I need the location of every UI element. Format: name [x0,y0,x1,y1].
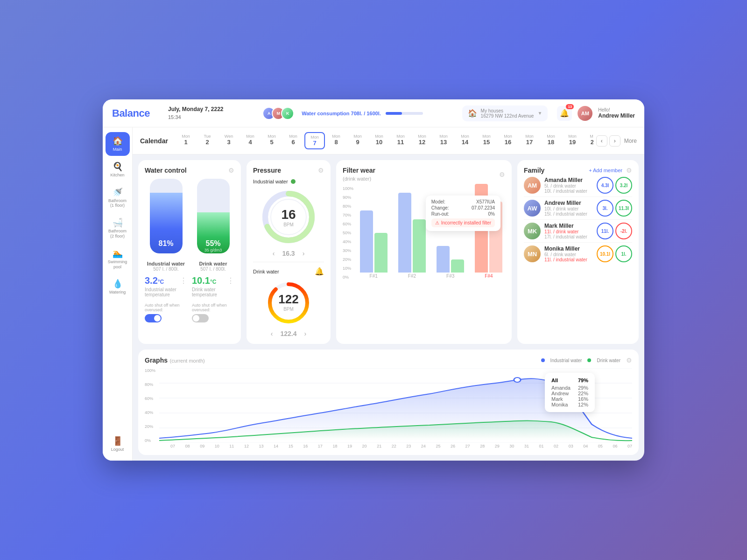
drink-gauge-value: 122 BPM [278,292,298,312]
industrial-bpm-nav: ‹ 16.3 › [253,250,324,257]
filter-f3-drink-bar [451,259,464,273]
cal-day-10[interactable]: Mon10 [369,132,389,149]
sidebar-item-main[interactable]: 🏠 Main [106,132,130,156]
drink-tank-sub: 35 g/dm3 [197,248,230,252]
gt-row-andrew: Andrew 22% [551,391,588,396]
bath1-icon: 🚿 [113,187,123,197]
filter-f1-label: F#1 [370,273,378,279]
sidebar-item-pool[interactable]: 🏊 Swimming pool [106,245,130,273]
name-andrew: Andrew Miller [544,200,593,206]
industrial-toggle[interactable] [145,314,162,322]
cal-day-12[interactable]: Mon12 [412,132,432,149]
filter-settings-icon[interactable]: ⚙ [499,171,505,178]
family-settings-icon[interactable]: ⚙ [626,167,632,174]
industrial-tank-vol: 507 l. / 800l. [145,266,187,272]
drink-temp-label: Drink water temperature [192,287,234,297]
industrial-gauge: 16 BPM [261,189,317,245]
industrial-temp-options-icon[interactable]: ⋮ [180,276,187,285]
cal-day-2[interactable]: Tue2 [197,132,218,149]
pressure-settings-icon[interactable]: ⚙ [318,167,324,174]
cal-day-14[interactable]: Mon14 [455,132,475,149]
sidebar-item-bath1[interactable]: 🚿 Bathroom (1 floor) [106,183,130,212]
pressure-title: Pressure [253,167,281,174]
industrial-bpm-prev[interactable]: ‹ [273,250,275,257]
filter-f3-industrial-bar [437,246,450,273]
cal-day-1[interactable]: Mon1 [176,132,196,149]
water-control-panel: Water control ⚙ 81% [138,160,241,344]
graph-x-label: 17 [318,444,323,448]
home-icon: 🏠 [113,136,123,146]
avatar-3[interactable]: K [281,107,294,120]
tooltip-model-row: Model: X577IUA [431,199,495,204]
main-layout: 🏠 Main 🍳 Kitchen 🚿 Bathroom (1 floor) 🛁 … [103,127,644,461]
cal-day-17[interactable]: Mon17 [519,132,540,149]
cal-day-13[interactable]: Mon13 [433,132,454,149]
header-time: 15:34 [168,113,224,121]
cal-day-4[interactable]: Mon4 [240,132,261,149]
cal-day-9[interactable]: Mon9 [347,132,368,149]
drink-temp-options-icon[interactable]: ⋮ [227,276,234,285]
graph-x-label: 15 [289,444,293,448]
gt-monika: 12% [578,402,588,407]
notification-button[interactable]: 🔔 13 [557,106,572,121]
add-member-button[interactable]: + Add member [589,168,622,173]
drink-toggle[interactable] [192,314,209,322]
graph-x-label: 06 [613,444,617,448]
tooltip-change-row: Change: 07.07.2234 [431,205,495,210]
cal-day-20[interactable]: Mon20 [584,132,593,149]
drink-bpm-prev[interactable]: ‹ [271,330,273,337]
filter-f2-group: F#2 [395,184,428,279]
cal-day-7[interactable]: Mon7 [304,132,325,149]
cal-day-6[interactable]: Mon6 [283,132,303,149]
cal-day-8[interactable]: Mon8 [326,132,346,149]
filter-wear-title-wrap: Filter wear (drink water) [343,167,375,182]
circles-mark: 11l. -2l. [597,223,632,239]
sidebar-label-bath2: Bathroom (2 floor) [108,229,127,239]
cal-day-19[interactable]: Mon19 [562,132,583,149]
gt-amanda: 29% [578,385,588,391]
graphs-settings-icon[interactable]: ⚙ [626,357,632,364]
avatar-andrew: AW [524,200,541,217]
app-logo: Balance [112,107,159,119]
cal-day-3[interactable]: Wen3 [218,132,239,149]
calendar-more[interactable]: More [624,138,637,144]
drink-tank: 55% 35 g/dm3 [197,179,230,253]
sidebar-item-logout[interactable]: 🚪 Logout [106,432,130,456]
sidebar-item-watering[interactable]: 💧 Watering [106,275,130,299]
family-title: Family [524,167,544,174]
water-control-settings-icon[interactable]: ⚙ [228,167,234,174]
filter-f1-bars [360,184,388,273]
cal-day-11[interactable]: Mon11 [390,132,411,149]
graphs-subtitle: (current month) [169,358,204,364]
drink-pressure-alert-icon: 🔔 [315,267,324,276]
sidebar-item-kitchen[interactable]: 🍳 Kitchen [106,158,130,182]
graph-area: All 79% Amanda 29% Andrew [159,368,632,443]
sub1-amanda: 5l. / drink water [544,183,593,189]
graph-x-label: 07 [627,444,632,448]
logout-icon: 🚪 [113,436,123,446]
name-mark: Mark Miller [544,223,593,229]
sidebar-label-watering: Watering [109,290,126,295]
header-house[interactable]: 🏠 My houses 16279 NW 122nd Avenue ▼ [462,105,548,121]
calendar-next-button[interactable]: › [609,135,620,147]
filter-f1-group: F#1 [357,184,390,279]
gt-row-mark: Mark 16% [551,396,588,402]
industrial-tank-wrap: 81% [145,179,187,253]
calendar-prev-button[interactable]: ‹ [596,135,607,147]
filter-y-axis: 0% 10% 20% 30% 40% 50% 60% 70% 80% 90% 1… [343,186,355,280]
sidebar-item-bath2[interactable]: 🛁 Bathroom (2 floor) [106,214,130,243]
pool-icon: 🏊 [113,248,123,259]
drink-pressure-section: Drink water 🔔 [253,262,324,337]
graph-x-label: 31 [524,444,529,448]
cal-day-18[interactable]: Mon18 [541,132,561,149]
water-progress-bar [386,112,423,115]
cal-day-5[interactable]: Mon5 [261,132,282,149]
circle-monika-1: 10.1l [597,245,613,262]
circle-amanda-1: 4.3l [597,177,613,194]
drink-bpm-next[interactable]: › [304,330,307,337]
graph-x-label: 10 [215,444,219,448]
sidebar-label-pool: Swimming pool [108,259,127,270]
cal-day-16[interactable]: Mon16 [498,132,518,149]
industrial-bpm-next[interactable]: › [303,250,305,257]
cal-day-15[interactable]: Mon15 [476,132,497,149]
